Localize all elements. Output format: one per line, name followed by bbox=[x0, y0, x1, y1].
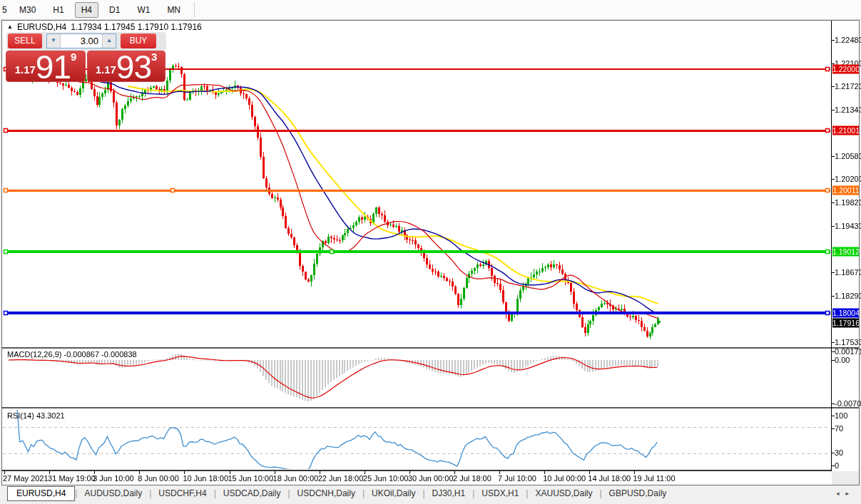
volume-decrease-button[interactable]: ▼ bbox=[47, 34, 61, 48]
price-tick-label: 1.21720 bbox=[835, 82, 861, 91]
time-axis-label: 25 Jun 10:00 bbox=[363, 474, 409, 483]
sell-price-sup: 9 bbox=[71, 51, 76, 63]
price-level-badge: 1.22000 bbox=[832, 65, 860, 74]
time-axis-label: 19 Jul 11:00 bbox=[633, 474, 675, 483]
price-tick-label: 1.19820 bbox=[835, 198, 861, 207]
rsi-indicator-label: RSI(14) 43.3021 bbox=[7, 411, 65, 420]
chart-ohlc-values: 1.17934 1.17945 1.17910 1.17916 bbox=[71, 22, 202, 32]
rsi-axis-label: 30 bbox=[835, 448, 843, 457]
price-level-badge: 1.18004 bbox=[832, 309, 860, 318]
bid-price-badge: 1.17916 bbox=[832, 319, 860, 328]
time-axis-label: 15 Jun 10:00 bbox=[228, 474, 274, 483]
chart-tab-bar: EURUSD,H4 |AUDUSD,Daily|USDCHF,H4|USDCAD… bbox=[0, 486, 861, 504]
price-level-badge: 1.19012 bbox=[832, 247, 860, 257]
macd-axis-label: -0.00709 bbox=[835, 399, 861, 408]
price-level-badge: 1.21001 bbox=[832, 125, 860, 135]
rsi-axis-label: 70 bbox=[835, 424, 843, 433]
buy-price-box[interactable]: 1.17 93 3 bbox=[87, 51, 165, 82]
tab-scroll-left-icon[interactable]: ◂ bbox=[836, 490, 846, 497]
time-axis-label: 2 Jul 18:00 bbox=[453, 474, 491, 483]
price-tick-label: 1.20200 bbox=[835, 175, 861, 183]
price-tick-label: 1.17530 bbox=[835, 338, 861, 346]
time-axis-label: 10 Jul 00:00 bbox=[543, 474, 586, 483]
price-tick-label: 1.18290 bbox=[835, 292, 861, 300]
time-axis-label: 8 Jun 00:00 bbox=[138, 474, 179, 483]
price-tick-label: 1.20580 bbox=[835, 152, 861, 160]
chart-symbol: EURUSD,H4 bbox=[17, 22, 66, 32]
rsi-axis-label: 100 bbox=[835, 411, 847, 420]
sell-price-box[interactable]: 1.17 91 9 bbox=[6, 51, 86, 82]
tab-item-usdchf[interactable]: USDCHF,H4 bbox=[151, 486, 213, 500]
collapse-triangle-icon[interactable]: ▲ bbox=[7, 24, 13, 30]
sell-button[interactable]: SELL bbox=[8, 34, 42, 48]
buy-price-prefix: 1.17 bbox=[96, 63, 116, 76]
tab-item-xauusd[interactable]: XAUUSD,Daily bbox=[528, 486, 599, 500]
tab-item-usdcad[interactable]: USDCAD,Daily bbox=[216, 486, 288, 500]
buy-price-sup: 3 bbox=[151, 51, 157, 63]
buy-button[interactable]: BUY bbox=[121, 34, 156, 48]
tab-item-usdx[interactable]: USDX,H1 bbox=[474, 486, 526, 500]
time-axis-label: 3 Jun 10:00 bbox=[93, 474, 134, 483]
time-axis-label: 14 Jul 18:00 bbox=[588, 474, 631, 483]
tab-item-gbpusd[interactable]: GBPUSD,Daily bbox=[602, 486, 674, 500]
tab-item-usdcnh[interactable]: USDCNH,Daily bbox=[290, 486, 362, 500]
one-click-trading-widget: SELL ▼ ▲ BUY 1.17 91 9 1.17 93 3 bbox=[6, 31, 167, 82]
price-tick-label: 1.21340 bbox=[835, 106, 861, 114]
macd-indicator-label: MACD(12,26,9) -0.000867 -0.000838 bbox=[7, 350, 137, 359]
tab-scroll-right-icon[interactable]: ▸ bbox=[845, 490, 855, 497]
volume-input[interactable] bbox=[61, 34, 102, 48]
time-axis-label: 10 Jun 18:00 bbox=[183, 474, 228, 483]
volume-increase-button[interactable]: ▲ bbox=[102, 34, 116, 48]
volume-spinner: ▼ ▲ bbox=[46, 34, 116, 48]
time-axis-label: 30 Jun 00:00 bbox=[408, 474, 454, 483]
time-axis-label: 31 May 19:00 bbox=[48, 474, 96, 483]
tab-item-audusd[interactable]: AUDUSD,Daily bbox=[77, 486, 149, 500]
tab-item-dj30[interactable]: DJ30,H1 bbox=[425, 486, 473, 500]
price-level-badge: 1.20011 bbox=[832, 186, 860, 195]
chart-header: ▲ EURUSD,H4 1.17934 1.17945 1.17910 1.17… bbox=[7, 22, 202, 32]
tab-active-symbol[interactable]: EURUSD,H4 bbox=[7, 486, 75, 501]
time-axis-label: 7 Jul 10:00 bbox=[498, 474, 536, 483]
price-tick-label: 1.18670 bbox=[835, 268, 861, 277]
sell-price-prefix: 1.17 bbox=[15, 63, 36, 76]
macd-axis-label: 0.00 bbox=[835, 356, 850, 364]
time-axis-label: 22 Jun 18:00 bbox=[318, 474, 364, 483]
price-tick-label: 1.22480 bbox=[835, 36, 861, 44]
macd-axis-label: 0.001718 bbox=[835, 347, 861, 356]
rsi-axis-label: 0 bbox=[835, 461, 839, 470]
price-tick-label: 1.19430 bbox=[835, 222, 861, 230]
tab-item-ukoil[interactable]: UKOil,Daily bbox=[365, 486, 422, 500]
time-axis-label: 27 May 2021 bbox=[3, 474, 49, 483]
sell-price-big: 91 bbox=[36, 51, 71, 83]
buy-price-big: 93 bbox=[116, 51, 151, 83]
time-axis-label: 18 Jun 00:00 bbox=[273, 474, 319, 483]
